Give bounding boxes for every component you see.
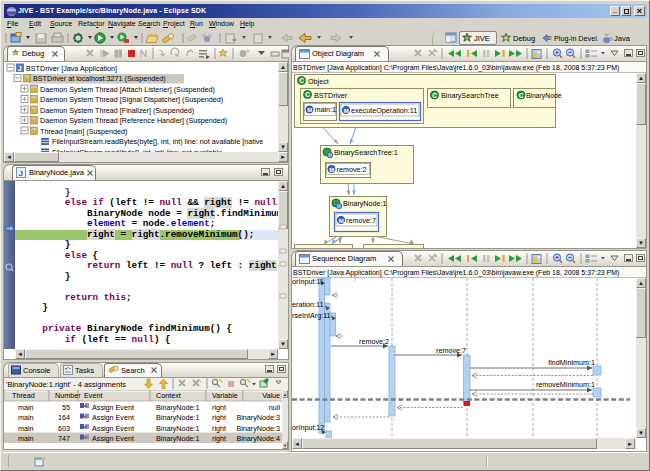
svg-text:orInput:11: orInput:11	[292, 278, 324, 286]
svg-text:main:1: main:1	[315, 105, 337, 114]
svg-text:Value: Value	[262, 391, 280, 400]
svg-text:Assign Event: Assign Event	[92, 434, 134, 443]
svg-text:right: right	[212, 434, 226, 443]
svg-text:M: M	[329, 167, 334, 173]
svg-text:J: J	[18, 65, 22, 72]
svg-text:orInput:12: orInput:12	[292, 423, 324, 432]
svg-text:603: 603	[58, 424, 70, 433]
svg-text:remove:7: remove:7	[346, 216, 376, 225]
svg-text:Daemon System Thread [Signal D: Daemon System Thread [Signal Dispatcher]…	[40, 95, 223, 104]
svg-text:Assign Event: Assign Event	[92, 403, 134, 412]
svg-text:BinaryNode:3: BinaryNode:3	[236, 424, 280, 433]
svg-text:main: main	[18, 413, 34, 422]
svg-text:Daemon System Thread [Attach L: Daemon System Thread [Attach Listener] (…	[40, 85, 215, 94]
svg-text:findMinimum:1: findMinimum:1	[548, 358, 595, 367]
svg-text:BinaryNode:4: BinaryNode:4	[236, 434, 280, 443]
svg-text:C: C	[519, 92, 524, 99]
svg-text:Daemon System Thread [Referenc: Daemon System Thread [Reference Handler]…	[40, 116, 227, 125]
svg-text:Thread [main] (Suspended): Thread [main] (Suspended)	[40, 127, 128, 136]
svg-text:Variable: Variable	[212, 391, 238, 400]
svg-text:BSTDriver [Java Application]: BSTDriver [Java Application]	[26, 64, 117, 73]
svg-text:55: 55	[62, 403, 70, 412]
svg-text:Event: Event	[84, 391, 102, 400]
svg-text:C: C	[432, 92, 437, 99]
svg-text:C: C	[305, 91, 310, 98]
svg-text:FileInputStream.readBytes(byte: FileInputStream.readBytes(byte[], int, i…	[52, 137, 263, 146]
svg-text:remove:2: remove:2	[337, 165, 367, 174]
svg-text:BinaryNode:1: BinaryNode:1	[343, 199, 387, 208]
svg-text:Object: Object	[308, 77, 329, 86]
svg-text:BinaryNode:3: BinaryNode:3	[236, 413, 280, 422]
svg-text:Number: Number	[55, 391, 81, 400]
svg-text:BinaryNode:1: BinaryNode:1	[156, 413, 200, 422]
svg-text:Assign Event: Assign Event	[92, 424, 134, 433]
svg-text:BinarySearchTree: BinarySearchTree	[441, 91, 499, 100]
svg-text:Thread: Thread	[12, 391, 35, 400]
svg-text:Daemon System Thread [Finalize: Daemon System Thread [Finalizer] (Suspen…	[40, 106, 194, 115]
svg-text:executeOperation:11: executeOperation:11	[351, 106, 417, 115]
svg-text:J: J	[19, 169, 23, 178]
svg-text:Context: Context	[156, 391, 181, 400]
svg-text:C: C	[299, 77, 304, 84]
svg-text:remove:2: remove:2	[359, 337, 389, 346]
svg-text:BinarySearchTree:1: BinarySearchTree:1	[334, 148, 398, 157]
svg-text:rseIntArg:11: rseIntArg:11	[292, 311, 331, 320]
svg-text:null: null	[269, 403, 281, 412]
svg-text:BSTDriver at localhost:3271 (S: BSTDriver at localhost:3271 (Suspended)	[33, 74, 166, 83]
svg-text:removeMinimum:1: removeMinimum:1	[536, 380, 595, 389]
svg-text:M: M	[344, 108, 349, 114]
svg-text:164: 164	[58, 413, 70, 422]
svg-text:BinaryNode: BinaryNode	[526, 92, 562, 100]
svg-text:BinaryNode:1: BinaryNode:1	[156, 424, 200, 433]
svg-text:BinaryNode:1: BinaryNode:1	[156, 403, 200, 412]
svg-text:M: M	[339, 218, 344, 224]
svg-text:BSTDriver: BSTDriver	[314, 91, 348, 100]
svg-text:right: right	[212, 413, 226, 422]
svg-text:main: main	[18, 403, 34, 412]
svg-text:M: M	[307, 107, 312, 113]
svg-text:747: 747	[58, 434, 70, 443]
svg-text:main: main	[18, 434, 34, 443]
svg-text:BinaryNode:1: BinaryNode:1	[156, 434, 200, 443]
svg-text:Assign Event: Assign Event	[92, 413, 134, 422]
svg-text:remove:7: remove:7	[436, 346, 466, 355]
svg-text:right: right	[212, 403, 226, 412]
svg-text:main: main	[18, 424, 34, 433]
svg-text:eration:11: eration:11	[292, 300, 323, 309]
svg-text:right: right	[212, 424, 226, 433]
